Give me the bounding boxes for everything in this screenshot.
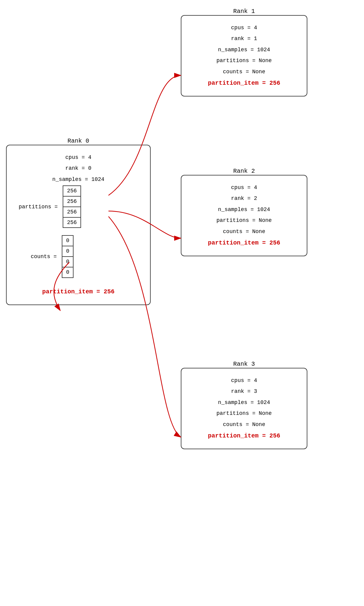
rank1-counts: counts = None — [190, 67, 298, 77]
rank3-cpus: cpus = 4 — [190, 376, 298, 385]
rank2-box: Rank 2 cpus = 4 rank = 2 n_samples = 102… — [181, 175, 307, 256]
rank0-partition-item: partition_item = 256 — [16, 286, 141, 297]
rank0-part-0: 256 — [63, 186, 80, 196]
rank0-count-2: 0 — [62, 257, 73, 267]
rank1-box: Rank 1 cpus = 4 rank = 1 n_samples = 102… — [181, 15, 307, 96]
rank2-title: Rank 2 — [181, 166, 307, 177]
rank0-counts-row: counts = 0 0 0 0 — [16, 235, 141, 278]
rank3-counts: counts = None — [190, 420, 298, 429]
rank0-count-3: 0 — [62, 267, 73, 278]
rank1-partition-item: partition_item = 256 — [190, 78, 298, 89]
diagram-container: Rank 1 cpus = 4 rank = 1 n_samples = 102… — [0, 0, 364, 606]
rank0-count-1: 0 — [62, 246, 73, 257]
rank2-counts: counts = None — [190, 227, 298, 236]
rank0-counts-label: counts = — [31, 252, 60, 261]
rank3-title: Rank 3 — [181, 359, 307, 370]
rank0-title: Rank 0 — [7, 136, 150, 147]
rank0-nsamples: n_samples = 1024 — [16, 175, 141, 184]
rank0-count-0: 0 — [62, 235, 73, 246]
rank0-partitions-array: 256 256 256 256 — [63, 185, 81, 228]
rank2-partitions: partitions = None — [190, 216, 298, 225]
rank0-part-1: 256 — [63, 196, 80, 207]
rank1-cpus: cpus = 4 — [190, 23, 298, 33]
rank2-nsamples: n_samples = 1024 — [190, 205, 298, 214]
rank0-partitions-row: partitions = 256 256 256 256 — [16, 185, 141, 228]
rank3-rank: rank = 3 — [190, 387, 298, 396]
rank0-counts-array: 0 0 0 0 — [62, 235, 74, 278]
rank0-rank: rank = 0 — [16, 163, 141, 173]
rank2-partition-item: partition_item = 256 — [190, 238, 298, 248]
rank0-cpus: cpus = 4 — [16, 153, 141, 162]
rank1-title: Rank 1 — [181, 6, 307, 17]
rank1-nsamples: n_samples = 1024 — [190, 45, 298, 55]
rank3-box: Rank 3 cpus = 4 rank = 3 n_samples = 102… — [181, 368, 307, 449]
rank0-partitions-label: partitions = — [19, 202, 61, 212]
rank3-partition-item: partition_item = 256 — [190, 431, 298, 441]
rank2-rank: rank = 2 — [190, 194, 298, 203]
rank3-partitions: partitions = None — [190, 409, 298, 418]
rank0-part-2: 256 — [63, 207, 80, 217]
rank0-box: Rank 0 cpus = 4 rank = 0 n_samples = 102… — [6, 145, 151, 305]
rank2-cpus: cpus = 4 — [190, 183, 298, 192]
rank3-nsamples: n_samples = 1024 — [190, 398, 298, 407]
rank1-rank: rank = 1 — [190, 34, 298, 43]
rank0-part-3: 256 — [63, 217, 80, 228]
rank1-partitions: partitions = None — [190, 56, 298, 65]
